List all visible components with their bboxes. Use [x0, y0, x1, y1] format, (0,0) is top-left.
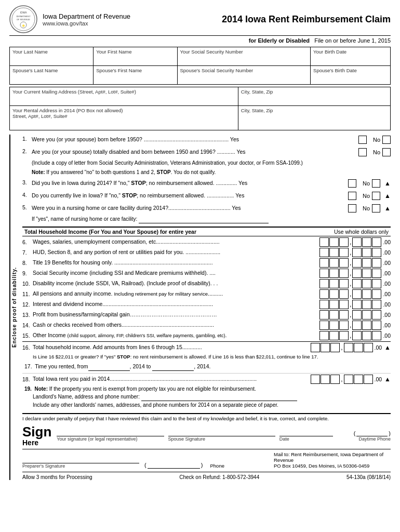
date-line[interactable] — [279, 430, 333, 436]
mailing-city-field[interactable] — [241, 95, 388, 104]
line11-b5[interactable] — [362, 289, 371, 299]
ssn-field[interactable] — [180, 55, 308, 64]
line15-b1[interactable] — [319, 331, 329, 340]
q3-yes-checkbox[interactable] — [348, 179, 356, 188]
line6-b5[interactable] — [362, 237, 371, 247]
line18-b2[interactable] — [321, 375, 330, 384]
q4-yes-checkbox[interactable] — [348, 192, 356, 200]
line10-b4[interactable] — [352, 279, 362, 288]
line12-b2[interactable] — [329, 300, 339, 309]
line16-b3[interactable] — [330, 343, 340, 352]
line14-b5[interactable] — [362, 321, 371, 330]
line18-b6[interactable] — [364, 375, 373, 384]
line8-b1[interactable] — [319, 258, 329, 268]
line12-b5[interactable] — [362, 300, 371, 309]
spouse-first-field[interactable] — [96, 73, 174, 83]
q1-yes-checkbox[interactable] — [358, 136, 367, 144]
line18-b5[interactable] — [354, 375, 363, 384]
line10-b5[interactable] — [362, 279, 371, 288]
line13-b5[interactable] — [362, 310, 371, 320]
line10-b2[interactable] — [329, 279, 339, 288]
line14-b4[interactable] — [352, 321, 362, 330]
line11-b2[interactable] — [329, 289, 339, 299]
line6-b2[interactable] — [329, 237, 339, 247]
spouse-birth-field[interactable] — [313, 73, 388, 83]
line9-b5[interactable] — [362, 269, 371, 278]
line11-b3[interactable] — [339, 289, 349, 299]
line6-b6[interactable] — [372, 237, 381, 247]
line14-b1[interactable] — [319, 321, 329, 330]
line12-b1[interactable] — [319, 300, 329, 309]
line10-b3[interactable] — [339, 279, 349, 288]
line8-b5[interactable] — [362, 258, 371, 268]
line12-b6[interactable] — [372, 300, 381, 309]
line8-b6[interactable] — [372, 258, 381, 268]
line9-b6[interactable] — [372, 269, 381, 278]
line15-b4[interactable] — [352, 331, 362, 340]
nursing-home-field[interactable] — [139, 216, 269, 223]
line14-b6[interactable] — [372, 321, 381, 330]
birth-date-field[interactable] — [313, 55, 388, 64]
line15-b2[interactable] — [329, 331, 339, 340]
first-name-field[interactable] — [96, 55, 174, 64]
line8-b4[interactable] — [352, 258, 362, 268]
spouse-ssn-field[interactable] — [180, 73, 308, 83]
line13-b2[interactable] — [329, 310, 339, 320]
line12-b3[interactable] — [339, 300, 349, 309]
rental-addr-field[interactable] — [12, 119, 235, 128]
preparer-phone-line[interactable] — [148, 462, 200, 469]
spouse-sig-line[interactable] — [168, 430, 275, 436]
line9-b3[interactable] — [339, 269, 349, 278]
line16-b1[interactable] — [311, 343, 320, 352]
line15-b6[interactable] — [372, 331, 381, 340]
line11-b6[interactable] — [372, 289, 381, 299]
line15-b3[interactable] — [339, 331, 349, 340]
line13-b1[interactable] — [319, 310, 329, 320]
line9-b2[interactable] — [329, 269, 339, 278]
line8-b3[interactable] — [339, 258, 349, 268]
line18-b1[interactable] — [311, 375, 320, 384]
line6-b3[interactable] — [339, 237, 349, 247]
line18-b3[interactable] — [330, 375, 340, 384]
preparer-sig-line[interactable] — [22, 457, 139, 463]
signature-line[interactable] — [57, 430, 164, 436]
q2-no-checkbox[interactable] — [382, 148, 391, 156]
line6-b1[interactable] — [319, 237, 329, 247]
line18-b4[interactable] — [344, 375, 353, 384]
line6-b4[interactable] — [352, 237, 362, 247]
line9-b4[interactable] — [352, 269, 362, 278]
q1-no-checkbox[interactable] — [382, 136, 391, 144]
line11-b4[interactable] — [352, 289, 362, 299]
line16-b5[interactable] — [354, 343, 363, 352]
line7-b3[interactable] — [339, 248, 349, 257]
spouse-last-field[interactable] — [12, 73, 90, 83]
last-name-field[interactable] — [12, 55, 90, 64]
line11-b1[interactable] — [319, 289, 329, 299]
line13-b4[interactable] — [352, 310, 362, 320]
mailing-addr-field[interactable] — [12, 95, 235, 104]
landlord-field[interactable] — [141, 393, 297, 401]
from-date[interactable] — [88, 363, 130, 371]
line16-b6[interactable] — [364, 343, 373, 352]
line8-b2[interactable] — [329, 258, 339, 268]
q5-yes-checkbox[interactable] — [348, 204, 356, 212]
line10-b6[interactable] — [372, 279, 381, 288]
line7-b6[interactable] — [372, 248, 381, 257]
q2-yes-checkbox[interactable] — [358, 148, 367, 156]
line7-b5[interactable] — [362, 248, 371, 257]
line15-b5[interactable] — [362, 331, 371, 340]
q5-no-checkbox[interactable] — [372, 204, 380, 212]
line7-b4[interactable] — [352, 248, 362, 257]
line14-b3[interactable] — [339, 321, 349, 330]
line16-b2[interactable] — [321, 343, 330, 352]
line7-b2[interactable] — [329, 248, 339, 257]
line16-b4[interactable] — [344, 343, 353, 352]
line7-b1[interactable] — [319, 248, 329, 257]
line13-b6[interactable] — [372, 310, 381, 320]
q4-no-checkbox[interactable] — [372, 192, 380, 200]
line13-b3[interactable] — [339, 310, 349, 320]
rental-city-field[interactable] — [241, 113, 388, 123]
line14-b2[interactable] — [329, 321, 339, 330]
phone-line[interactable] — [356, 430, 388, 436]
line12-b4[interactable] — [352, 300, 362, 309]
